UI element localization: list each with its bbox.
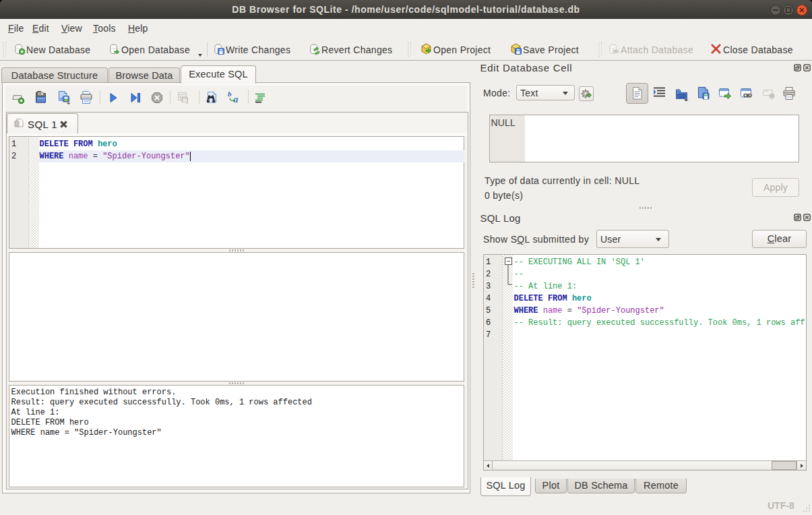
svg-text:b: b [228,90,232,98]
svg-text:a: a [233,94,239,104]
